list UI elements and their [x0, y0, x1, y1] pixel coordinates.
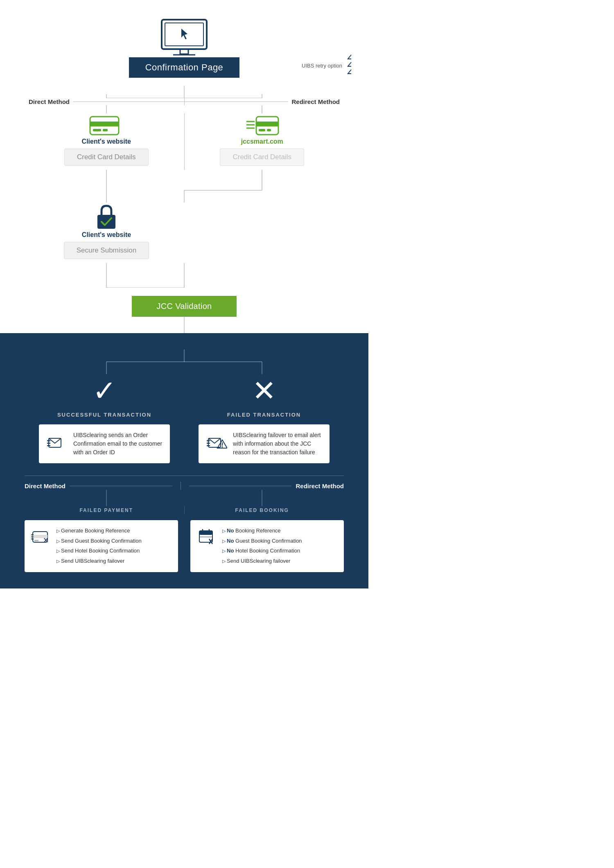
- email-success-icon: [47, 435, 68, 453]
- uibs-retry-area: UIBS retry option: [302, 53, 356, 78]
- direct-card-details: Credit Card Details: [64, 149, 149, 166]
- direct-method-label: Direct Method: [29, 98, 70, 105]
- svg-point-42: [222, 446, 223, 447]
- redirect-card-details: Credit Card Details: [220, 149, 304, 166]
- uibs-retry-label: UIBS retry option: [302, 63, 342, 69]
- svg-rect-26: [97, 215, 115, 229]
- email-fail-icon: [207, 435, 227, 453]
- lock-website-label: Client's website: [82, 231, 131, 239]
- fail-card-text: UIBSclearing failover to email alert wit…: [233, 431, 323, 457]
- payment-icon: [31, 527, 52, 549]
- redirect-method-label: Redirect Method: [291, 98, 340, 105]
- success-checkmark-icon: ✓: [93, 374, 117, 408]
- failed-connector: [29, 490, 340, 506]
- list-item-2: Send Guest Booking Confirmation: [56, 536, 142, 546]
- svg-rect-57: [199, 531, 212, 535]
- fail-col: ✕ FAILED TRANSACTION: [184, 374, 344, 463]
- svg-rect-50: [34, 540, 38, 541]
- fail-x-icon: ✕: [252, 374, 276, 408]
- mid-connector-svg: [29, 170, 340, 203]
- svg-rect-14: [103, 129, 108, 131]
- confirmation-box: Confirmation Page: [129, 57, 240, 78]
- jcc-validation-container[interactable]: JCC Validation: [0, 296, 368, 317]
- jcc-bottom-line: [29, 317, 340, 333]
- list-item-4: Send UIBSclearing failover: [56, 556, 142, 566]
- success-label: SUCCESSFUL TRANSACTION: [57, 412, 151, 418]
- fail-label: FAILED TRANSACTION: [227, 412, 301, 418]
- svg-rect-20: [259, 129, 265, 131]
- fail-card: UIBSclearing failover to email alert wit…: [199, 424, 330, 463]
- chevrons-up-icon: [346, 53, 356, 78]
- failed-booking-card: No Booking Reference No Guest Booking Co…: [190, 520, 344, 572]
- bottom-redirect-method: Redirect Method: [296, 482, 344, 489]
- redirect-card-icon: [242, 113, 282, 138]
- failed-labels-row: FAILED PAYMENT FAILED BOOKING: [29, 506, 340, 514]
- bottom-split-connector: [29, 349, 340, 374]
- cards-row: Client's website Credit Card Details jcc…: [29, 113, 340, 170]
- methods-header: Direct Method Redirect Method: [29, 98, 340, 105]
- failed-payment-label: FAILED PAYMENT: [79, 507, 133, 513]
- failed-payment-card: Generate Booking Reference Send Guest Bo…: [25, 520, 178, 572]
- svg-rect-49: [33, 535, 47, 538]
- success-card: UIBSclearing sends an Order Confirmation…: [39, 424, 170, 463]
- svg-marker-4: [181, 29, 187, 39]
- lock-icon: [94, 203, 119, 231]
- failed-booking-label: FAILED BOOKING: [235, 507, 289, 513]
- direct-card-icon: [88, 113, 125, 138]
- failed-cards-row: Generate Booking Reference Send Guest Bo…: [25, 520, 344, 572]
- monitor-icon: [158, 16, 211, 57]
- redirect-website-label: jccsmart.com: [241, 138, 283, 145]
- failed-booking-col: No Booking Reference No Guest Booking Co…: [190, 520, 344, 572]
- svg-rect-19: [256, 122, 278, 126]
- success-col: ✓ SUCCESSFUL TRANSACTION UIBSclearing se…: [25, 374, 184, 463]
- direct-website-label: Client's website: [82, 138, 131, 145]
- failed-booking-list: No Booking Reference No Guest Booking Co…: [222, 526, 302, 566]
- bottom-direct-method: Direct Method: [25, 482, 65, 489]
- top-connector: [29, 86, 340, 98]
- svg-rect-13: [93, 129, 101, 131]
- booking-list-item-2: No Guest Booking Confirmation: [222, 536, 302, 546]
- svg-rect-21: [267, 129, 271, 131]
- bottom-connector-svg: [29, 263, 340, 288]
- secure-submission-box: Secure Submission: [64, 242, 149, 259]
- booking-list-item-1: No Booking Reference: [222, 526, 302, 536]
- list-item-3: Send Hotel Booking Confirmation: [56, 546, 142, 556]
- result-row: ✓ SUCCESSFUL TRANSACTION UIBSclearing se…: [25, 374, 344, 463]
- success-card-text: UIBSclearing sends an Order Confirmation…: [73, 431, 163, 457]
- monitor-icon-area: [0, 16, 368, 57]
- failed-payment-list: Generate Booking Reference Send Guest Bo…: [56, 526, 142, 566]
- failed-payment-col: Generate Booking Reference Send Guest Bo…: [25, 520, 178, 572]
- jcc-validation-button[interactable]: JCC Validation: [132, 296, 236, 317]
- booking-list-item-3: No Hotel Booking Confirmation: [222, 546, 302, 556]
- svg-rect-12: [90, 122, 119, 126]
- booking-list-item-4: Send UIBSclearing failover: [222, 556, 302, 566]
- secure-submission-row: Client's website Secure Submission: [29, 203, 340, 263]
- list-item-1: Generate Booking Reference: [56, 526, 142, 536]
- booking-icon: [197, 527, 217, 549]
- method-connector: [29, 105, 340, 113]
- bottom-section: ✓ SUCCESSFUL TRANSACTION UIBSclearing se…: [0, 333, 368, 588]
- bottom-methods-row: Direct Method Redirect Method: [25, 476, 344, 490]
